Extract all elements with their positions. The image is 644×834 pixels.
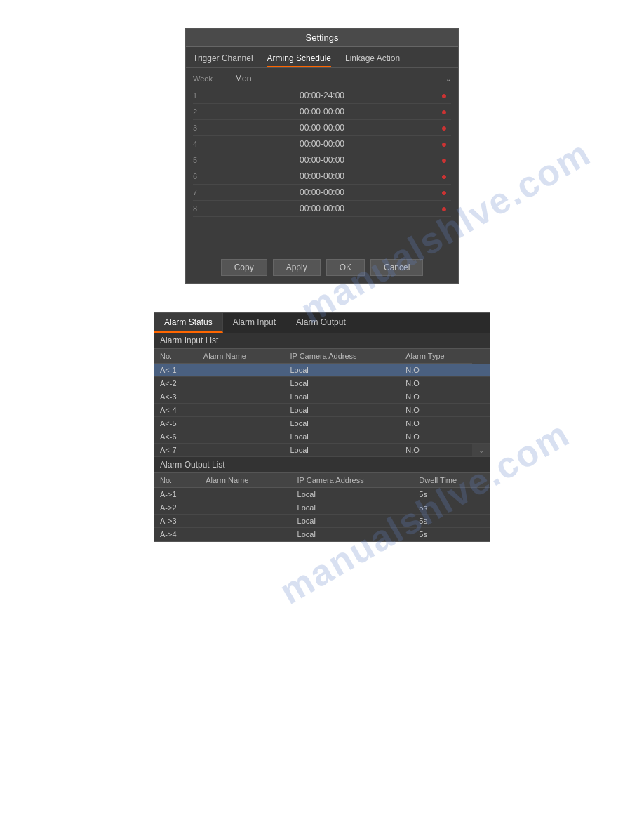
settings-section: Settings Trigger Channel Arming Schedule…	[0, 28, 644, 284]
ok-button[interactable]: OK	[326, 259, 365, 276]
week-label: Week	[193, 74, 235, 83]
week-value[interactable]: Mon ⌄	[235, 74, 451, 84]
alarm-output-row-1[interactable]: A->1 Local 5s	[154, 488, 490, 501]
delete-icon-7[interactable]: ●	[437, 187, 451, 198]
input-ip-1: Local	[284, 364, 400, 377]
alarm-section: Alarm Status Alarm Input Alarm Output Al…	[0, 312, 644, 542]
output-dwell-1: 5s	[413, 488, 490, 501]
input-no-1: A<-1	[154, 364, 198, 377]
alarm-input-header: No. Alarm Name IP Camera Address Alarm T…	[154, 349, 490, 364]
tab-linkage-action[interactable]: Linkage Action	[345, 51, 400, 67]
input-type-7: N.O	[400, 444, 472, 457]
input-type-1: N.O	[400, 364, 472, 377]
alarm-output-title: Alarm Output List	[154, 457, 490, 473]
settings-body: Week Mon ⌄ 1 00:00-24:00 ● 2 00:00-00:00…	[186, 68, 458, 251]
settings-dialog: Settings Trigger Channel Arming Schedule…	[185, 28, 459, 284]
input-name-1	[198, 364, 285, 377]
alarm-dialog: Alarm Status Alarm Input Alarm Output Al…	[154, 312, 490, 542]
input-ip-5: Local	[284, 417, 400, 430]
out-col-header-no: No.	[154, 473, 200, 488]
cancel-button[interactable]: Cancel	[370, 259, 423, 276]
output-name-4	[200, 528, 291, 541]
alarm-input-row-6[interactable]: A<-6 Local N.O	[154, 430, 490, 444]
input-ip-6: Local	[284, 430, 400, 444]
alarm-input-row-2[interactable]: A<-2 Local N.O	[154, 377, 490, 390]
alarm-input-table: No. Alarm Name IP Camera Address Alarm T…	[154, 349, 490, 457]
input-ip-3: Local	[284, 390, 400, 404]
divider-1	[42, 298, 602, 298]
settings-title: Settings	[186, 29, 458, 47]
alarm-output-table: No. Alarm Name IP Camera Address Dwell T…	[154, 473, 490, 541]
delete-icon-3[interactable]: ●	[437, 122, 451, 133]
col-header-alarm-name: Alarm Name	[198, 349, 285, 364]
output-name-3	[200, 515, 291, 528]
input-no-5: A<-5	[154, 417, 198, 430]
delete-icon-2[interactable]: ●	[437, 106, 451, 117]
delete-icon-8[interactable]: ●	[437, 203, 451, 214]
tab-alarm-status[interactable]: Alarm Status	[154, 313, 223, 333]
schedule-row-4: 4 00:00-00:00 ●	[193, 136, 451, 152]
schedule-row-1: 1 00:00-24:00 ●	[193, 88, 451, 104]
output-dwell-3: 5s	[413, 515, 490, 528]
output-no-4: A->4	[154, 528, 200, 541]
schedule-row-7: 7 00:00-00:00 ●	[193, 185, 451, 201]
col-header-ip: IP Camera Address	[284, 349, 400, 364]
input-name-5	[198, 417, 285, 430]
input-no-2: A<-2	[154, 377, 198, 390]
copy-button[interactable]: Copy	[221, 259, 267, 276]
input-no-4: A<-4	[154, 404, 198, 417]
output-dwell-2: 5s	[413, 501, 490, 515]
col-header-type: Alarm Type	[400, 349, 472, 364]
alarm-input-title: Alarm Input List	[154, 333, 490, 349]
input-no-7: A<-7	[154, 444, 198, 457]
output-no-1: A->1	[154, 488, 200, 501]
alarm-output-row-4[interactable]: A->4 Local 5s	[154, 528, 490, 541]
input-name-4	[198, 404, 285, 417]
schedule-row-5: 5 00:00-00:00 ●	[193, 152, 451, 168]
input-name-6	[198, 430, 285, 444]
alarm-tabs: Alarm Status Alarm Input Alarm Output	[154, 313, 490, 333]
input-no-3: A<-3	[154, 390, 198, 404]
tab-arming-schedule[interactable]: Arming Schedule	[267, 51, 331, 67]
schedule-row-3: 3 00:00-00:00 ●	[193, 120, 451, 136]
scroll-header	[472, 349, 490, 364]
output-name-2	[200, 501, 291, 515]
input-type-3: N.O	[400, 390, 472, 404]
scroll-cell-1	[472, 364, 490, 377]
out-col-header-name: Alarm Name	[200, 473, 291, 488]
delete-icon-4[interactable]: ●	[437, 138, 451, 150]
input-type-4: N.O	[400, 404, 472, 417]
input-ip-4: Local	[284, 404, 400, 417]
tab-alarm-input[interactable]: Alarm Input	[223, 313, 286, 333]
input-type-5: N.O	[400, 417, 472, 430]
output-ip-2: Local	[292, 501, 414, 515]
alarm-input-row-3[interactable]: A<-3 Local N.O	[154, 390, 490, 404]
delete-icon-1[interactable]: ●	[437, 90, 451, 101]
input-name-2	[198, 377, 285, 390]
scroll-down-arrow[interactable]: ⌄	[472, 444, 490, 457]
alarm-input-row-7[interactable]: A<-7 Local N.O ⌄	[154, 444, 490, 457]
input-ip-7: Local	[284, 444, 400, 457]
alarm-input-section: Alarm Input List No. Alarm Name IP Camer…	[154, 333, 490, 457]
apply-button[interactable]: Apply	[273, 259, 321, 276]
out-col-header-ip: IP Camera Address	[292, 473, 414, 488]
delete-icon-6[interactable]: ●	[437, 171, 451, 182]
week-row: Week Mon ⌄	[193, 74, 451, 84]
alarm-output-row-3[interactable]: A->3 Local 5s	[154, 515, 490, 528]
alarm-input-row-4[interactable]: A<-4 Local N.O	[154, 404, 490, 417]
schedule-row-8: 8 00:00-00:00 ●	[193, 201, 451, 217]
output-name-1	[200, 488, 291, 501]
output-ip-4: Local	[292, 528, 414, 541]
output-ip-3: Local	[292, 515, 414, 528]
input-ip-2: Local	[284, 377, 400, 390]
empty-area	[193, 217, 451, 245]
delete-icon-5[interactable]: ●	[437, 154, 451, 166]
alarm-output-row-2[interactable]: A->2 Local 5s	[154, 501, 490, 515]
schedule-row-2: 2 00:00-00:00 ●	[193, 104, 451, 120]
alarm-input-row-1[interactable]: A<-1 Local N.O	[154, 364, 490, 377]
out-col-header-dwell: Dwell Time	[413, 473, 490, 488]
tab-trigger-channel[interactable]: Trigger Channel	[193, 51, 253, 67]
tab-alarm-output[interactable]: Alarm Output	[286, 313, 356, 333]
alarm-input-row-5[interactable]: A<-5 Local N.O	[154, 417, 490, 430]
week-dropdown-icon: ⌄	[445, 75, 451, 83]
